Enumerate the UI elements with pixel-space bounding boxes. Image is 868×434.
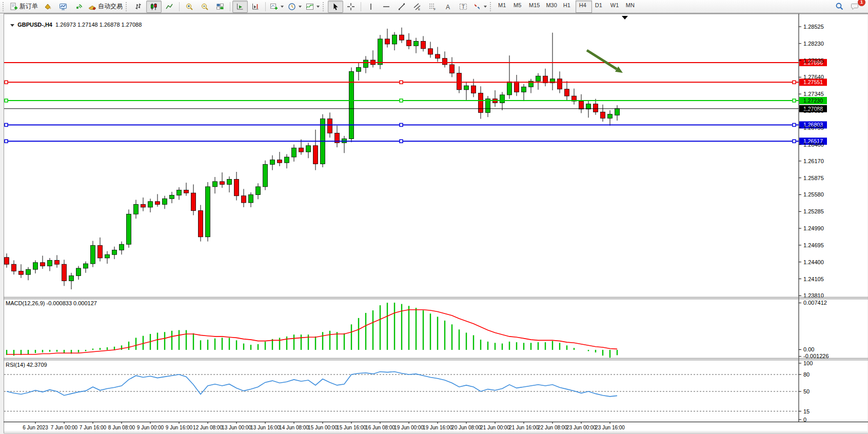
tile-windows-icon <box>216 3 224 11</box>
cursor-button[interactable] <box>328 1 343 13</box>
zoom-in-button[interactable] <box>182 1 197 13</box>
zoom-out-button[interactable] <box>197 1 212 13</box>
auto-trading-button[interactable]: 自动交易 <box>86 1 125 13</box>
notifications-button[interactable]: 1 <box>847 1 862 13</box>
dropdown-caret-icon <box>299 6 302 8</box>
crosshair-icon <box>347 3 355 11</box>
svg-text:15 Jun 16:00: 15 Jun 16:00 <box>337 425 366 430</box>
line-chart-icon <box>165 3 173 11</box>
add-indicator-button[interactable] <box>268 1 286 13</box>
vertical-line-button[interactable] <box>363 1 379 13</box>
collapse-panel-icon[interactable] <box>10 24 14 27</box>
fibonacci-button[interactable]: F <box>425 1 440 13</box>
candlestick-chart-button[interactable] <box>146 1 162 13</box>
svg-text:1.24400: 1.24400 <box>803 259 824 265</box>
svg-text:0: 0 <box>803 417 806 423</box>
hline-handle <box>400 140 403 143</box>
toolbar-grip[interactable] <box>323 2 326 11</box>
tab-m1[interactable]: M1 <box>495 1 510 12</box>
dropdown-caret-icon <box>484 6 487 8</box>
svg-text:1.26755: 1.26755 <box>803 125 824 131</box>
svg-text:23 Jun 16:00: 23 Jun 16:00 <box>595 425 625 430</box>
svg-text:6 Jun 2023: 6 Jun 2023 <box>23 425 48 430</box>
chart-title-row: GBPUSD-,H4 1.26973 1.27148 1.26878 1.270… <box>7 15 142 28</box>
toolbar-grip[interactable] <box>3 2 6 11</box>
tab-d1[interactable]: D1 <box>592 1 607 12</box>
candlestick-chart-icon <box>150 3 158 11</box>
svg-text:14 Jun 08:00: 14 Jun 08:00 <box>279 425 309 430</box>
svg-text:22 Jun 08:00: 22 Jun 08:00 <box>538 425 567 430</box>
tab-h4[interactable]: H4 <box>576 1 592 13</box>
hline-handle <box>5 81 8 84</box>
zoom-in-icon <box>185 3 193 11</box>
hline-handle <box>400 123 403 126</box>
bar-chart-button[interactable] <box>131 1 146 13</box>
tab-m15[interactable]: M15 <box>526 1 543 12</box>
auto-trading-hat-icon <box>88 3 96 11</box>
notification-count-badge: 1 <box>858 0 865 6</box>
add-indicator-icon <box>270 3 278 11</box>
svg-text:1.24105: 1.24105 <box>803 276 824 282</box>
svg-text:9 Jun 16:00: 9 Jun 16:00 <box>166 425 193 430</box>
svg-text:1.27640: 1.27640 <box>803 74 824 80</box>
periods-button[interactable] <box>286 1 304 13</box>
svg-text:80: 80 <box>803 371 810 378</box>
svg-text:1.27050: 1.27050 <box>803 108 824 114</box>
equidistant-channel-icon: E <box>413 3 421 11</box>
tab-w1[interactable]: W1 <box>607 1 623 12</box>
hline-handle <box>5 140 8 143</box>
text-button[interactable]: A <box>440 1 456 13</box>
toolbar-grip[interactable] <box>490 2 493 11</box>
hline-handle <box>400 81 403 84</box>
auto-scroll-button[interactable] <box>232 1 248 13</box>
search-button[interactable] <box>832 1 847 13</box>
horizontal-line-icon <box>382 3 390 11</box>
text-label-icon: T <box>459 3 467 11</box>
svg-text:1.25580: 1.25580 <box>803 191 824 198</box>
dropdown-caret-icon <box>281 6 284 8</box>
svg-text:1.28230: 1.28230 <box>803 41 824 47</box>
market-watch-button[interactable] <box>55 1 71 13</box>
tile-windows-button[interactable] <box>212 1 228 13</box>
monitor-icon <box>59 3 67 11</box>
tab-m5[interactable]: M5 <box>510 1 526 12</box>
auto-trading-label: 自动交易 <box>98 2 123 11</box>
svg-text:21 Jun 16:00: 21 Jun 16:00 <box>509 425 539 430</box>
svg-text:100: 100 <box>803 360 813 366</box>
chart-shift-icon <box>251 3 260 11</box>
text-a-icon: A <box>444 3 452 11</box>
equidistant-channel-button[interactable]: E <box>409 1 425 13</box>
toolbar-separator <box>265 2 266 11</box>
tab-mn[interactable]: MN <box>623 1 638 12</box>
svg-text:-0.001226: -0.001226 <box>803 353 829 359</box>
hline-handle <box>793 123 796 126</box>
toolbar-grip[interactable] <box>126 2 129 11</box>
svg-text:13 Jun 00:00: 13 Jun 00:00 <box>222 425 251 430</box>
chart-ohlc-values: 1.26973 1.27148 1.26878 1.27088 <box>55 22 142 28</box>
line-chart-button[interactable] <box>162 1 177 13</box>
tab-m30[interactable]: M30 <box>543 1 560 12</box>
svg-text:1.27345: 1.27345 <box>803 91 824 97</box>
toolbar-separator <box>179 2 180 11</box>
text-label-button[interactable]: T <box>456 1 471 13</box>
arrows-button[interactable] <box>471 1 489 13</box>
chart-shift-button[interactable] <box>248 1 263 13</box>
svg-text:8 Jun 08:00: 8 Jun 08:00 <box>108 425 135 430</box>
templates-button[interactable] <box>304 1 322 13</box>
clock-icon <box>288 3 296 11</box>
styler-button[interactable] <box>40 1 55 13</box>
svg-text:20 Jun 08:00: 20 Jun 08:00 <box>451 425 481 430</box>
signal-icon <box>74 3 83 11</box>
signals-button[interactable] <box>71 1 86 13</box>
tab-h1[interactable]: H1 <box>560 1 576 12</box>
macd-label: MACD(12,26,9) -0.000833 0.000127 <box>6 300 97 306</box>
trendline-button[interactable] <box>394 1 409 13</box>
paint-bucket-icon <box>44 3 52 11</box>
crosshair-button[interactable] <box>343 1 359 13</box>
new-order-button[interactable]: 新订单 <box>8 1 40 13</box>
horizontal-line-button[interactable] <box>379 1 394 13</box>
cursor-icon <box>331 3 340 11</box>
svg-text:7 Jun 16:00: 7 Jun 16:00 <box>80 425 107 430</box>
price-label-text: 1.27230 <box>803 97 823 104</box>
chart-canvas[interactable]: 1.278961.275511.272301.270881.268031.265… <box>0 13 868 434</box>
